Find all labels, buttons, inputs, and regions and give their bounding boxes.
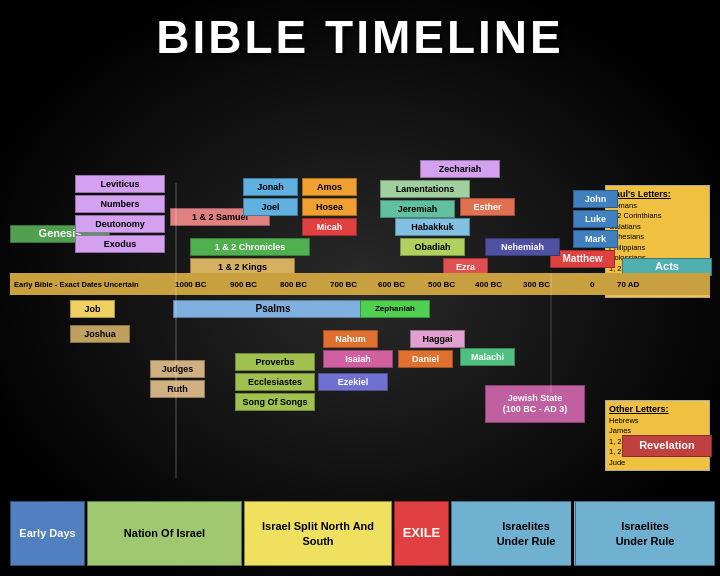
psalms-box: Psalms	[173, 300, 373, 318]
nehemiah-box: Nehemiah	[485, 238, 560, 256]
ruler-900bc: 900 BC	[230, 280, 257, 289]
jeremiah-box: Jeremiah	[380, 200, 455, 218]
mark-box: Mark	[573, 230, 618, 248]
joel-box: Joel	[243, 198, 298, 216]
ruler-label-early: Early Bible - Exact Dates Uncertain	[14, 280, 139, 289]
judges-box: Judges	[150, 360, 205, 378]
isaiah-box: Isaiah	[323, 350, 393, 368]
other-letters-title: Other Letters:	[609, 403, 706, 416]
songofsongs-box: Song Of Songs	[235, 393, 315, 411]
timeline-line-0	[550, 273, 552, 393]
ruler-800bc: 800 BC	[280, 280, 307, 289]
ruler-400bc: 400 BC	[475, 280, 502, 289]
timeline-area: Paul's Letters: Romans 1, 2 Corinthians …	[5, 90, 715, 571]
era-divider	[571, 501, 574, 566]
ruth-box: Ruth	[150, 380, 205, 398]
obadiah-box: Obadiah	[400, 238, 465, 256]
zephaniah-box: Zephaniah	[360, 300, 430, 318]
habakkuk-box: Habakkuk	[395, 218, 470, 236]
era-israelites-under-rule-2: Israelites Under Rule	[575, 501, 715, 566]
leviticus-box: Leviticus	[75, 175, 165, 193]
ruler-700bc: 700 BC	[330, 280, 357, 289]
luke-box: Luke	[573, 210, 618, 228]
timeline-ruler: Early Bible - Exact Dates Uncertain 1000…	[10, 273, 710, 295]
john-box: John	[573, 190, 618, 208]
era-israel-split: Israel Split North And South	[244, 501, 392, 566]
ruler-300bc: 300 BC	[523, 280, 550, 289]
job-box: Job	[70, 300, 115, 318]
lamentations-box: Lamentations	[380, 180, 470, 198]
page-title: BIBLE TIMELINE	[0, 0, 720, 69]
malachi-box: Malachi	[460, 348, 515, 366]
esther-box: Esther	[460, 198, 515, 216]
micah-box: Micah	[302, 218, 357, 236]
proverbs-box: Proverbs	[235, 353, 315, 371]
deutonomy-box: Deutonomy	[75, 215, 165, 233]
era-early-days: Early Days	[10, 501, 85, 566]
daniel-box: Daniel	[398, 350, 453, 368]
chronicles-box: 1 & 2 Chronicles	[190, 238, 310, 256]
exodus-box: Exodus	[75, 235, 165, 253]
ecclesiastes-box: Ecclesiastes	[235, 373, 315, 391]
era-exile: EXILE	[394, 501, 449, 566]
numbers-box: Numbers	[75, 195, 165, 213]
hosea-box: Hosea	[302, 198, 357, 216]
ruler-70ad: 70 AD	[617, 280, 639, 289]
ruler-0: 0	[590, 280, 594, 289]
timeline-line-1000bc	[175, 183, 177, 478]
jewish-state-box: Jewish State(100 BC - AD 3)	[485, 385, 585, 423]
joshua-box: Joshua	[70, 325, 130, 343]
ruler-1000bc: 1000 BC	[175, 280, 207, 289]
ezekiel-box: Ezekiel	[318, 373, 388, 391]
era-nation-of-israel: Nation Of Israel	[87, 501, 242, 566]
ruler-600bc: 600 BC	[378, 280, 405, 289]
nahum-box: Nahum	[323, 330, 378, 348]
zechariah-box: Zechariah	[420, 160, 500, 178]
pauls-letters-title: Paul's Letters:	[609, 188, 706, 201]
jonah-box: Jonah	[243, 178, 298, 196]
ruler-500bc: 500 BC	[428, 280, 455, 289]
revelation-box: Revelation	[622, 435, 712, 457]
main-container: BIBLE TIMELINE Paul's Letters: Romans 1,…	[0, 0, 720, 576]
haggai-box: Haggai	[410, 330, 465, 348]
amos-box: Amos	[302, 178, 357, 196]
